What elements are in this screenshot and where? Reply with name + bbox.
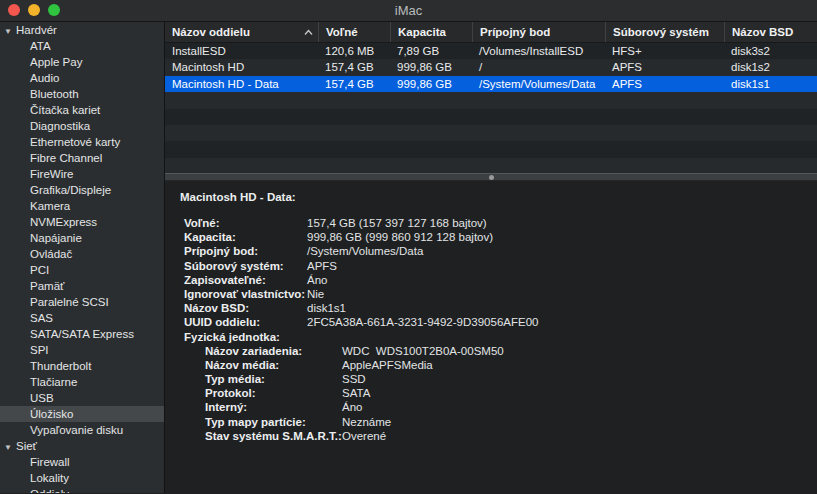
detail-row-pripojny-bod: Prípojný bod:/System/Volumes/Data <box>165 244 817 258</box>
sidebar-item-bluetooth[interactable]: Bluetooth <box>0 86 164 102</box>
sidebar-group-hardver[interactable]: ▼Hardvér <box>0 22 164 38</box>
detail-value: Áno <box>307 273 327 287</box>
sidebar-item-napajanie[interactable]: Napájanie <box>0 230 164 246</box>
sidebar-item-paralelne-scsi[interactable]: Paralelné SCSI <box>0 294 164 310</box>
sidebar-item-firewire[interactable]: FireWire <box>0 166 164 182</box>
disclosure-triangle-icon[interactable]: ▼ <box>4 24 16 40</box>
table-cell: 999,86 GB <box>390 59 472 75</box>
sidebar-item-label: Napájanie <box>30 232 82 244</box>
pane-splitter[interactable] <box>165 173 817 181</box>
sidebar-item-grafika-displeje[interactable]: Grafika/Displeje <box>0 182 164 198</box>
sidebar-item-label: SAS <box>30 312 53 324</box>
detail-label: Názov BSD: <box>184 301 307 315</box>
sidebar-group-label: Sieť <box>16 440 37 452</box>
detail-label: Interný: <box>205 400 342 414</box>
column-header-label: Názov oddielu <box>172 22 304 42</box>
sidebar-item-oddiely[interactable]: Oddiely <box>0 486 164 493</box>
window-controls <box>8 4 60 16</box>
sidebar-item-label: Ethernetové karty <box>30 136 120 148</box>
column-header-suborovy-system[interactable]: Súborový systém <box>605 22 724 42</box>
sidebar-item-label: Diagnostika <box>30 120 90 132</box>
detail-row-protokol: Protokol:SATA <box>165 386 817 400</box>
sidebar-item-thunderbolt[interactable]: Thunderbolt <box>0 358 164 374</box>
detail-row-kapacita: Kapacita:999,86 GB (999 860 912 128 bajt… <box>165 230 817 244</box>
column-header-nazov-oddielu[interactable]: Názov oddielu <box>165 22 318 42</box>
detail-value: 2FC5A38A-661A-3231-9492-9D39056AFE00 <box>307 315 538 329</box>
sort-ascending-icon <box>304 29 313 36</box>
sidebar-item-usb[interactable]: USB <box>0 390 164 406</box>
sidebar-item-ata[interactable]: ATA <box>0 38 164 54</box>
sidebar-list: ▼HardvérATAApple PayAudioBluetoothČítačk… <box>0 22 164 493</box>
detail-value: SSD <box>342 372 366 386</box>
sidebar-item-nvmexpress[interactable]: NVMExpress <box>0 214 164 230</box>
column-header-nazov-bsd[interactable]: Názov BSD <box>724 22 817 42</box>
detail-row-typ-mapy-particie: Typ mapy partície:Neznáme <box>165 415 817 429</box>
table-cell: disk1s1 <box>724 76 817 92</box>
detail-label: Prípojný bod: <box>184 244 307 258</box>
table-cell: APFS <box>605 59 724 75</box>
table-cell: APFS <box>605 76 724 92</box>
detail-label: Súborový systém: <box>184 259 307 273</box>
table-cell: / <box>472 59 605 75</box>
table-cell: /System/Volumes/Data <box>472 76 605 92</box>
close-button[interactable] <box>8 4 20 16</box>
disclosure-triangle-icon[interactable]: ▼ <box>4 440 16 456</box>
column-header-kapacita[interactable]: Kapacita <box>390 22 472 42</box>
sidebar-item-vypalovanie-disku[interactable]: Vypaľovanie disku <box>0 422 164 438</box>
detail-value: Overené <box>342 429 386 443</box>
sidebar-item-spi[interactable]: SPI <box>0 342 164 358</box>
window-body: ▼HardvérATAApple PayAudioBluetoothČítačk… <box>0 22 817 493</box>
sidebar-item-label: Tlačiarne <box>30 376 77 388</box>
sidebar-item-label: Pamäť <box>30 280 64 292</box>
table-row-installesd[interactable]: InstallESD120,6 MB7,89 GB/Volumes/Instal… <box>165 43 817 59</box>
column-header-pripojny-bod[interactable]: Prípojný bod <box>472 22 605 42</box>
table-row-macintosh-hd[interactable]: Macintosh HD157,4 GB999,86 GB/APFSdisk1s… <box>165 59 817 75</box>
sidebar-item-pci[interactable]: PCI <box>0 262 164 278</box>
sidebar-item-apple-pay[interactable]: Apple Pay <box>0 54 164 70</box>
sidebar-item-firewall[interactable]: Firewall <box>0 454 164 470</box>
detail-value: disk1s1 <box>307 301 346 315</box>
sidebar-item-label: Čítačka kariet <box>30 104 100 116</box>
sidebar-item-ulozisko[interactable]: Úložisko <box>0 406 164 422</box>
detail-value: Áno <box>342 400 362 414</box>
sidebar-item-label: Lokality <box>30 472 69 484</box>
sidebar-group-siet[interactable]: ▼Sieť <box>0 438 164 454</box>
detail-row-uuid-oddielu: UUID oddielu:2FC5A38A-661A-3231-9492-9D3… <box>165 315 817 329</box>
sidebar-item-tlaciarne[interactable]: Tlačiarne <box>0 374 164 390</box>
detail-value: WDC WDS100T2B0A-00SM50 <box>342 344 504 358</box>
detail-row-zapisovatelne: Zapisovateľné:Áno <box>165 273 817 287</box>
sidebar-item-label: USB <box>30 392 54 404</box>
zoom-button[interactable] <box>48 4 60 16</box>
detail-label: Zapisovateľné: <box>184 273 307 287</box>
detail-label: Názov média: <box>205 358 342 372</box>
sidebar-item-label: Ovládač <box>30 248 72 260</box>
sidebar-item-label: ATA <box>30 40 51 52</box>
sidebar-item-label: Fibre Channel <box>30 152 102 164</box>
table-row-macintosh-hd-data[interactable]: Macintosh HD - Data157,4 GB999,86 GB/Sys… <box>165 76 817 92</box>
detail-label: Fyzická jednotka: <box>184 330 307 344</box>
sidebar-item-lokality[interactable]: Lokality <box>0 470 164 486</box>
sidebar-item-label: Apple Pay <box>30 56 82 68</box>
column-header-label: Prípojný bod <box>480 22 605 42</box>
minimize-button[interactable] <box>28 4 40 16</box>
sidebar-item-label: Paralelné SCSI <box>30 296 109 308</box>
table-row-empty <box>165 92 817 108</box>
sidebar-item-ethernetove-karty[interactable]: Ethernetové karty <box>0 134 164 150</box>
sidebar-item-fibre-channel[interactable]: Fibre Channel <box>0 150 164 166</box>
sidebar-item-label: Thunderbolt <box>30 360 91 372</box>
sidebar-item-sata-sata-express[interactable]: SATA/SATA Express <box>0 326 164 342</box>
sidebar-item-ovladac[interactable]: Ovládač <box>0 246 164 262</box>
detail-label: Kapacita: <box>184 230 307 244</box>
column-header-volne[interactable]: Voľné <box>318 22 390 42</box>
detail-label: Ignorovať vlastníctvo: <box>184 287 307 301</box>
sidebar-item-sas[interactable]: SAS <box>0 310 164 326</box>
sidebar-item-citacka-kariet[interactable]: Čítačka kariet <box>0 102 164 118</box>
sidebar-item-kamera[interactable]: Kamera <box>0 198 164 214</box>
detail-row-volne: Voľné:157,4 GB (157 397 127 168 bajtov) <box>165 216 817 230</box>
sidebar-item-audio[interactable]: Audio <box>0 70 164 86</box>
sidebar-group-label: Hardvér <box>16 24 57 36</box>
sidebar-item-diagnostika[interactable]: Diagnostika <box>0 118 164 134</box>
table-cell: 7,89 GB <box>390 43 472 59</box>
sidebar-item-label: FireWire <box>30 168 73 180</box>
sidebar-item-pamat[interactable]: Pamäť <box>0 278 164 294</box>
